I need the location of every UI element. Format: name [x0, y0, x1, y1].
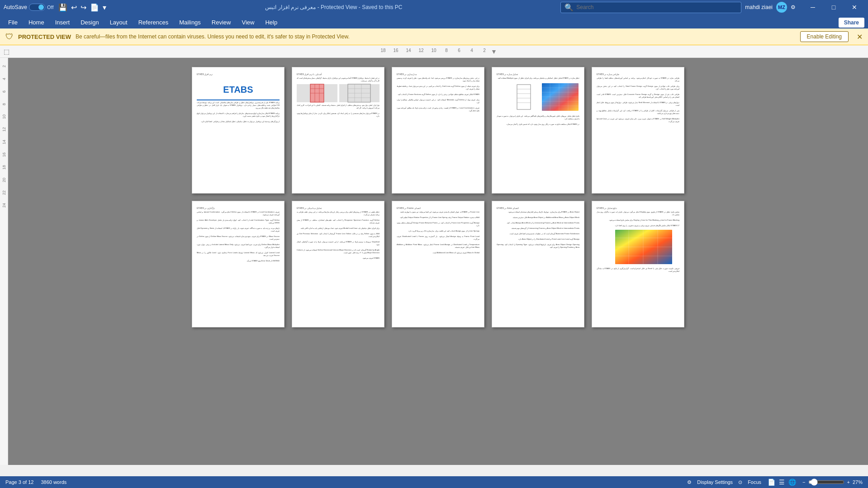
page-row-1: نرم افزار ETABS ETABS برنامه ETABS یکی ا… — [17, 67, 859, 194]
user-initials: MZ — [778, 5, 785, 10]
zoom-level: 27% — [853, 479, 863, 485]
page-thumb-3[interactable]: مدل‌سازی در ETABS در این بخش روش‌های مدل… — [392, 67, 484, 194]
page-4-text-2: نتایج تحلیل شامل نیروهای داخلی، تغییرمکا… — [497, 115, 579, 126]
menu-insert[interactable]: Insert — [51, 16, 75, 28]
zoom-in-icon[interactable]: + — [847, 479, 850, 485]
search-input[interactable] — [576, 4, 737, 10]
protected-view-title: PROTECTED VIEW — [18, 33, 71, 40]
main-area: 2 4 6 8 10 12 14 16 18 20 22 24 نرم افزا… — [0, 58, 868, 465]
v-num-20: 20 — [2, 174, 6, 186]
page-thumb-7[interactable]: تحلیل دینامیکی در ETABS تحلیل طیفی در ET… — [292, 201, 384, 327]
ruler-num-4: 4 — [465, 48, 478, 55]
protected-view-bar: 🛡 PROTECTED VIEW Be careful—files from t… — [0, 28, 868, 45]
menu-bar: File Home Insert Design Layout Reference… — [0, 16, 868, 28]
page-thumb-8[interactable]: اعضای Frame در ETABS Frame Line در ETABS… — [392, 201, 484, 327]
ruler-num-10: 10 — [427, 48, 440, 55]
view-icons: 📄 ☰ 🌐 — [767, 478, 797, 487]
autosave-dot — [38, 5, 44, 10]
ribbon: File Home Insert Design Layout Reference… — [0, 14, 868, 28]
v-num-10: 10 — [2, 110, 6, 123]
v-num-4: 4 — [2, 72, 6, 85]
status-left: Page 3 of 12 3860 words — [5, 479, 66, 485]
word-count: 3860 words — [41, 479, 66, 485]
page-4-images — [497, 82, 579, 112]
display-settings-icon[interactable]: ⚙ — [687, 479, 692, 485]
page-10-text-2: خروجی نتایج به صورت فایل متنی یا Excel ن… — [597, 267, 679, 273]
v-num-18: 18 — [2, 161, 6, 174]
menu-help[interactable]: Help — [261, 16, 282, 28]
svg-rect-20 — [517, 85, 531, 109]
page-thumb-5[interactable]: طراحی سازه در ETABS طراحی سازه در ETABS … — [592, 67, 684, 194]
v-num-16: 16 — [2, 148, 6, 161]
save-icon[interactable]: 💾 — [57, 2, 68, 13]
autosave-toggle[interactable] — [29, 4, 45, 11]
zoom-out-icon[interactable]: − — [802, 479, 805, 485]
v-num-24: 24 — [2, 199, 6, 212]
ruler-num-8: 8 — [440, 48, 453, 55]
user-avatar[interactable]: MZ — [776, 2, 787, 13]
ruler-num-2: 2 — [478, 48, 491, 55]
ruler-num-18: 18 — [377, 48, 389, 55]
autosave-area: AutoSave Off — [4, 4, 54, 11]
autosave-state-label: Off — [47, 5, 53, 10]
status-right: ⚙ Display Settings ⊙ Focus 📄 ☰ 🌐 − + 27% — [687, 478, 863, 487]
search-box[interactable]: 🔍 — [560, 2, 741, 13]
toolbar-icons: 💾 ↩ ↪ 📄 ▾ — [57, 2, 107, 13]
ruler-numbers: 18 16 14 12 10 8 6 4 2 ▼ — [377, 48, 497, 55]
redo-icon[interactable]: ↪ — [80, 2, 87, 13]
close-protected-bar-icon[interactable]: ✕ — [857, 33, 863, 41]
undo-icon[interactable]: ↩ — [70, 2, 78, 13]
ruler-left-icon: ⬚ — [4, 48, 9, 55]
document-canvas[interactable]: نرم افزار ETABS ETABS برنامه ETABS یکی ا… — [8, 58, 868, 465]
new-doc-icon[interactable]: 📄 — [89, 2, 100, 13]
close-button[interactable]: ✕ — [844, 0, 864, 14]
customize-icon[interactable]: ▾ — [102, 2, 107, 13]
vertical-ruler: 2 4 6 8 10 12 14 16 18 20 22 24 — [0, 58, 8, 465]
maximize-button[interactable]: □ — [824, 0, 844, 14]
focus-label[interactable]: Focus — [748, 479, 761, 485]
web-view-icon[interactable]: 🌐 — [787, 478, 797, 487]
menu-file[interactable]: File — [4, 16, 22, 28]
title-bar: AutoSave Off 💾 ↩ ↪ 📄 ▾ معرفی نرم افزار ا… — [0, 0, 868, 14]
menu-view[interactable]: View — [237, 16, 259, 28]
ruler-num-12: 12 — [415, 48, 427, 55]
page-thumb-10[interactable]: نتایج تحلیل در ETABS نمایش نتایج تحلیل د… — [592, 201, 684, 327]
share-button[interactable]: Share — [839, 18, 864, 28]
settings-icon[interactable]: ⚙ — [791, 4, 796, 10]
page-2-redmodel — [297, 84, 337, 102]
v-num-22: 22 — [2, 186, 6, 199]
user-name: mahdi ziaei — [745, 4, 773, 10]
page-10-text: نمایش نتایج تحلیل در ETABS از طریق منوی … — [597, 211, 679, 227]
enable-editing-button[interactable]: Enable Editing — [800, 31, 849, 42]
print-view-icon[interactable]: 📄 — [767, 478, 776, 487]
page-3-text: در این بخش روش‌های مدل‌سازی در ETABS برر… — [397, 77, 479, 112]
autosave-label: AutoSave — [4, 4, 27, 10]
menu-references[interactable]: References — [134, 16, 173, 28]
read-view-icon[interactable]: ☰ — [778, 478, 786, 487]
page-2-text-2: نوار ابزار اصلی، نوار منو، و پنجره‌های م… — [297, 104, 379, 118]
display-settings-label[interactable]: Display Settings — [697, 479, 733, 485]
page-2-wireframe — [339, 84, 380, 102]
menu-mailings[interactable]: Mailings — [175, 16, 205, 28]
ruler-num-6: 6 — [453, 48, 465, 55]
zoom-area: − + 27% — [802, 479, 863, 486]
page-row-2: بارگذاری در ETABS تعریف Load Combination… — [17, 201, 859, 327]
page-info: Page 3 of 12 — [5, 479, 33, 485]
page-thumb-9[interactable]: اعضای Area در ETABS Area Object در ETABS… — [492, 201, 584, 327]
shield-icon: 🛡 — [5, 32, 14, 42]
menu-home[interactable]: Home — [24, 16, 49, 28]
page-thumb-1[interactable]: نرم افزار ETABS ETABS برنامه ETABS یکی ا… — [192, 67, 285, 194]
page-thumb-6[interactable]: بارگذاری در ETABS تعریف Load Combination… — [192, 201, 285, 327]
search-icon: 🔍 — [564, 3, 574, 12]
page-thumb-4[interactable]: تحلیل سازه در ETABS تحلیل سازه در ETABS … — [492, 67, 584, 194]
menu-design[interactable]: Design — [76, 16, 103, 28]
menu-review[interactable]: Review — [207, 16, 236, 28]
page-thumb-2[interactable]: آشنایی با نرم افزار ETABS در این فصل با … — [292, 67, 384, 194]
minimize-button[interactable]: ─ — [803, 0, 823, 14]
zoom-slider[interactable] — [808, 479, 844, 486]
menu-layout[interactable]: Layout — [105, 16, 132, 28]
page-8-text: Frame Line در ETABS به عنوان اعضای یک‌بع… — [397, 211, 479, 254]
ruler: ⬚ 18 16 14 12 10 8 6 4 2 ▼ — [0, 45, 868, 58]
page-1-text: برنامه ETABS یکی از قدرتمندترین نرم‌افزا… — [197, 101, 280, 123]
focus-icon[interactable]: ⊙ — [738, 479, 742, 485]
